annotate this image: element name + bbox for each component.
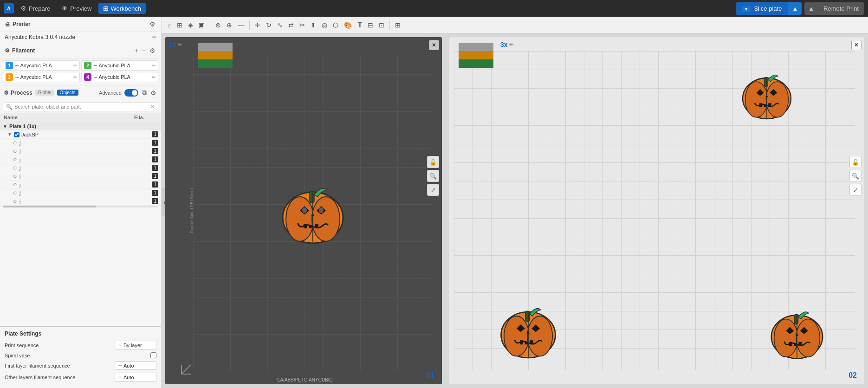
- sub-item-3[interactable]: ⊙j 1: [0, 155, 161, 164]
- tag-global[interactable]: Global: [35, 90, 54, 96]
- svg-point-23: [527, 316, 552, 356]
- search-input[interactable]: [14, 104, 149, 110]
- plate-02-swatch: [459, 43, 493, 68]
- tool-measure[interactable]: ⊟: [365, 20, 376, 30]
- sub-item-6[interactable]: ⊙j 1: [0, 181, 161, 189]
- tool-orient[interactable]: ⊕: [224, 20, 234, 30]
- svg-point-2: [312, 197, 340, 241]
- sub-item-1[interactable]: ⊙j 1: [0, 139, 161, 147]
- filament-edit-3[interactable]: ✏: [73, 75, 77, 80]
- filament-item-4[interactable]: 4 ∼ Anycubic PLA ✏: [81, 72, 158, 82]
- prepare-tab[interactable]: ⚙ Prepare: [16, 3, 55, 14]
- tool-arrange[interactable]: ⊚: [213, 20, 223, 30]
- eye-icon-7[interactable]: ⊙: [13, 190, 17, 195]
- plate-02-label: 02: [849, 371, 857, 380]
- tool-move[interactable]: ✛: [253, 20, 263, 30]
- svg-point-31: [796, 319, 820, 357]
- search-clear-button[interactable]: ✕: [150, 103, 155, 110]
- filament-settings-button[interactable]: ⚙: [149, 46, 156, 55]
- printer-actions: ⚙: [149, 19, 156, 29]
- filament-remove-button[interactable]: −: [141, 46, 147, 55]
- print-sequence-row: Print sequence ∼ By layer: [5, 341, 156, 349]
- plate-02-close[interactable]: ✕: [851, 40, 862, 50]
- plate-01-close[interactable]: ✕: [429, 40, 439, 50]
- tool-ortho[interactable]: ▣: [196, 20, 207, 30]
- filament-add-button[interactable]: +: [134, 46, 139, 55]
- tool-something[interactable]: —: [235, 20, 246, 30]
- eye-icon-4[interactable]: ⊙: [13, 165, 17, 170]
- jacksp-row[interactable]: ▼ JackSP 1: [0, 130, 161, 139]
- plate-settings-title: Plate Settings: [5, 330, 156, 337]
- svg-rect-3: [310, 191, 314, 203]
- printer-edit-icon[interactable]: ✏: [152, 34, 156, 40]
- col-name: Name: [4, 115, 134, 120]
- tool-home[interactable]: ⌂: [165, 20, 174, 30]
- remote-print-left[interactable]: ▲: [804, 2, 818, 15]
- prepare-icon: ⚙: [20, 5, 26, 12]
- psc-search-2[interactable]: 🔍: [849, 170, 862, 182]
- svg-rect-6: [304, 224, 307, 228]
- plate-01-edit[interactable]: ✏: [178, 42, 182, 48]
- svg-line-10: [181, 365, 191, 374]
- tool-modifier[interactable]: ⬡: [330, 20, 341, 30]
- tool-support[interactable]: ⬆: [308, 20, 318, 30]
- tool-color[interactable]: 🎨: [342, 20, 354, 30]
- sub-item-2[interactable]: ⊙j 1: [0, 147, 161, 155]
- psc-move-1[interactable]: ⤢: [427, 184, 439, 196]
- slice-plate-button[interactable]: ▼ Slice plate: [736, 2, 789, 15]
- eye-icon-2[interactable]: ⊙: [13, 149, 17, 154]
- tool-assembly[interactable]: ⊡: [376, 20, 387, 30]
- filament-item-1[interactable]: 1 ∼ Anycubic PLA ✏: [3, 60, 80, 71]
- tag-objects[interactable]: Objects: [57, 90, 78, 96]
- process-copy-button[interactable]: ⧉: [141, 88, 148, 97]
- plate-01-axis: [179, 362, 193, 378]
- tree-scrollbar[interactable]: [3, 206, 158, 207]
- filament-item-2[interactable]: 2 ∼ Anycubic PLA ✏: [81, 60, 158, 71]
- svg-rect-32: [794, 314, 798, 324]
- process-settings-button[interactable]: ⚙: [149, 88, 157, 97]
- psc-lock-1[interactable]: 🔓: [427, 156, 439, 168]
- spiral-vase-checkbox[interactable]: [150, 352, 156, 358]
- workbench-tab[interactable]: ⊞ Workbench: [98, 3, 146, 14]
- filament-edit-1[interactable]: ✏: [73, 63, 77, 68]
- printer-settings-button[interactable]: ⚙: [149, 19, 156, 29]
- process-icon: ⚙: [4, 90, 9, 96]
- filament-edit-4[interactable]: ✏: [152, 75, 155, 80]
- sub-item-4[interactable]: ⊙j 1: [0, 164, 161, 172]
- print-sequence-dropdown[interactable]: ∼ By layer: [115, 341, 156, 349]
- sub-item-7[interactable]: ⊙j 1: [0, 189, 161, 197]
- psc-move-2[interactable]: ⤢: [849, 184, 862, 196]
- tool-text[interactable]: T: [355, 19, 364, 31]
- other-layers-dropdown[interactable]: ∼ Auto: [115, 373, 156, 382]
- psc-lock-2[interactable]: 🔓: [849, 156, 862, 168]
- filament-item-3[interactable]: 3 ∼ Anycubic PLA ✏: [3, 72, 80, 82]
- first-layer-dropdown[interactable]: ∼ Auto: [115, 361, 156, 370]
- plate-1-row[interactable]: ▼ Plate 1 (1x): [0, 122, 161, 130]
- search-icon: 🔍: [6, 104, 13, 110]
- tool-scale[interactable]: ⤡: [275, 20, 285, 30]
- sub-item-8[interactable]: ⊙j 1: [0, 197, 161, 206]
- preview-tab[interactable]: 👁 Preview: [57, 3, 96, 14]
- tool-seam[interactable]: ◎: [319, 20, 330, 30]
- jacksp-checkbox[interactable]: [14, 132, 19, 137]
- tool-grid[interactable]: ⊞: [175, 20, 185, 30]
- plate-02-side-controls: 🔓 🔍 ⤢: [849, 156, 862, 196]
- remote-print-button[interactable]: Remote Print: [818, 2, 864, 15]
- eye-icon-6[interactable]: ⊙: [13, 182, 17, 187]
- pumpkin-svg-01: [266, 164, 359, 257]
- psc-search-1[interactable]: 🔍: [427, 170, 439, 182]
- plate-02-edit[interactable]: ✏: [509, 42, 513, 48]
- sub-item-5[interactable]: ⊙j 1: [0, 172, 161, 181]
- eye-icon-1[interactable]: ⊙: [13, 140, 17, 145]
- advanced-toggle[interactable]: [124, 89, 138, 97]
- tool-fit-all[interactable]: ⊞: [393, 20, 403, 30]
- tool-cut[interactable]: ✂: [297, 20, 307, 30]
- eye-icon-8[interactable]: ⊙: [13, 199, 17, 204]
- tool-rotate[interactable]: ↻: [264, 20, 274, 30]
- filament-edit-2[interactable]: ✏: [152, 63, 155, 68]
- tool-mirror[interactable]: ⇄: [286, 20, 296, 30]
- tool-perspective[interactable]: ◈: [186, 20, 195, 30]
- eye-icon-5[interactable]: ⊙: [13, 174, 17, 179]
- slice-arrow-button[interactable]: ▲: [788, 2, 802, 15]
- eye-icon-3[interactable]: ⊙: [13, 157, 17, 162]
